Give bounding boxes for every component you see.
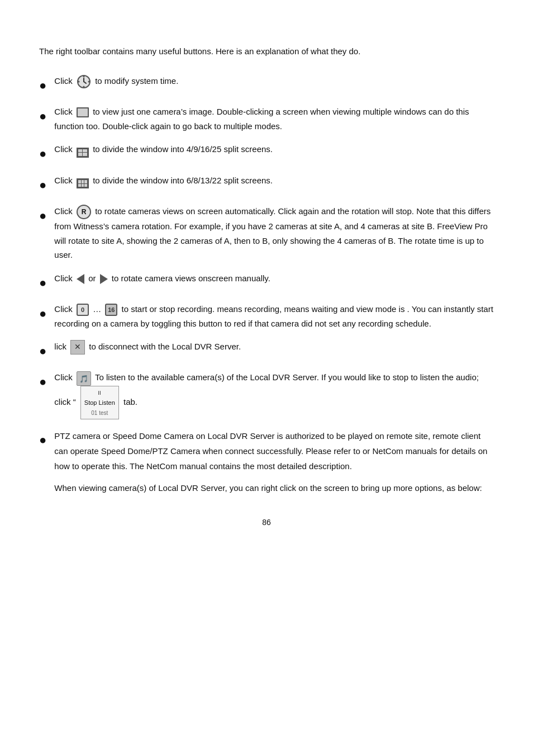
- item-7-text-before: Click: [54, 304, 73, 314]
- item-10-content: PTZ camera or Speed Dome Camera on Local…: [54, 428, 494, 495]
- item-6-or: or: [88, 273, 98, 283]
- item-6-text-after: to rotate camera views onscreen manually…: [112, 273, 270, 283]
- item-10-extra-text: When viewing camera(s) of Local DVR Serv…: [54, 480, 494, 495]
- item-1-content: Click to modify system time.: [54, 74, 494, 89]
- item-2-content: Click to view just one camera’s image. D…: [54, 105, 494, 133]
- stop-listen-box: ⏸ Stop Listen 01 test: [80, 386, 119, 419]
- list-item-split6: ● Click to divide the window into 6/8/13…: [39, 173, 494, 195]
- bullet-6: ●: [39, 272, 46, 293]
- rec-0-icon: 0: [77, 304, 89, 316]
- bullet-7: ●: [39, 303, 46, 324]
- svg-point-6: [88, 81, 89, 83]
- stop-listen-icon: ⏸: [97, 390, 102, 396]
- bullet-list: ● Click to modify system time. ● Click t…: [39, 74, 494, 495]
- item-5-content: Click R to rotate cameras views on scree…: [54, 204, 494, 262]
- bullet-1: ●: [39, 75, 46, 96]
- item-5-text-after: to rotate cameras views on screen automa…: [54, 206, 491, 259]
- list-item-record: ● Click 0 … 16 to start or stop recordin…: [39, 302, 494, 330]
- bullet-4: ●: [39, 174, 46, 195]
- item-3-text-before: Click: [54, 144, 73, 154]
- item-2-text-after: to view just one camera’s image. Double-…: [54, 107, 469, 131]
- item-7-content: Click 0 … 16 to start or stop recording.…: [54, 302, 494, 330]
- item-4-text-after: to divide the window into 6/8/13/22 spli…: [93, 176, 273, 185]
- item-3-text-after: to divide the window into 4/9/16/25 spli…: [93, 144, 273, 154]
- item-4-content: Click to divide the window into 6/8/13/2…: [54, 173, 494, 189]
- item-7-ellipsis: …: [93, 304, 103, 314]
- grid4-icon: [77, 148, 89, 158]
- item-8-content: lick to disconnect with the Local DVR Se…: [54, 339, 494, 355]
- item-4-text-before: Click: [54, 176, 73, 185]
- item-8-text-before: lick: [54, 342, 66, 351]
- item-10-main-text: PTZ camera or Speed Dome Camera on Local…: [54, 428, 494, 474]
- bullet-5: ●: [39, 205, 46, 226]
- item-8-text-after: to disconnect with the Local DVR Server.: [89, 342, 241, 351]
- item-9-text-before: Click: [54, 372, 73, 382]
- stop-listen-label: Stop Listen: [84, 398, 115, 408]
- item-7-text-after: to start or stop recording. means record…: [54, 304, 493, 328]
- item-2-text-before: Click: [54, 107, 73, 116]
- rec-16-icon: 16: [105, 304, 117, 316]
- list-item-listen: ● Click 🎵 To listen to the available cam…: [39, 370, 494, 419]
- item-1-text-before: Click: [54, 76, 73, 86]
- grid6-icon: [77, 178, 89, 188]
- listen-icon: 🎵: [77, 371, 91, 386]
- item-3-content: Click to divide the window into 4/9/16/2…: [54, 142, 494, 158]
- disconnect-icon: [70, 340, 85, 355]
- single-cam-icon: [77, 107, 89, 117]
- list-item-disconnect: ● lick to disconnect with the Local DVR …: [39, 339, 494, 361]
- item-5-text-before: Click: [54, 206, 73, 216]
- list-item-single-camera: ● Click to view just one camera’s image.…: [39, 105, 494, 133]
- page-number: 86: [39, 518, 494, 527]
- intro-paragraph: The right toolbar contains many useful b…: [39, 45, 494, 58]
- item-9-content: Click 🎵 To listen to the available camer…: [54, 370, 494, 419]
- list-item-modify-time: ● Click to modify system time.: [39, 74, 494, 96]
- stop-listen-sub: 01 test: [84, 408, 115, 418]
- bullet-9: ●: [39, 371, 46, 392]
- bullet-3: ●: [39, 143, 46, 164]
- svg-point-5: [78, 81, 79, 83]
- bullet-2: ●: [39, 106, 46, 126]
- list-item-rotate-manual: ● Click or to rotate camera views onscre…: [39, 271, 494, 293]
- list-item-ptz: ● PTZ camera or Speed Dome Camera on Loc…: [39, 428, 494, 495]
- list-item-split4: ● Click to divide the window into 4/9/16…: [39, 142, 494, 164]
- bullet-8: ●: [39, 341, 46, 361]
- clock-icon: [77, 74, 91, 89]
- item-6-text-before: Click: [54, 273, 73, 283]
- svg-point-4: [83, 86, 84, 88]
- item-9-text-after2: tab.: [123, 397, 137, 407]
- arrow-right-icon: [100, 274, 108, 284]
- list-item-rotate-auto: ● Click R to rotate cameras views on scr…: [39, 204, 494, 262]
- item-6-content: Click or to rotate camera views onscreen…: [54, 271, 494, 286]
- item-1-text-after: to modify system time.: [95, 76, 178, 86]
- rotate-r-icon: R: [77, 205, 91, 219]
- svg-point-3: [83, 76, 84, 78]
- bullet-10: ●: [39, 429, 46, 450]
- arrow-left-icon: [77, 274, 84, 284]
